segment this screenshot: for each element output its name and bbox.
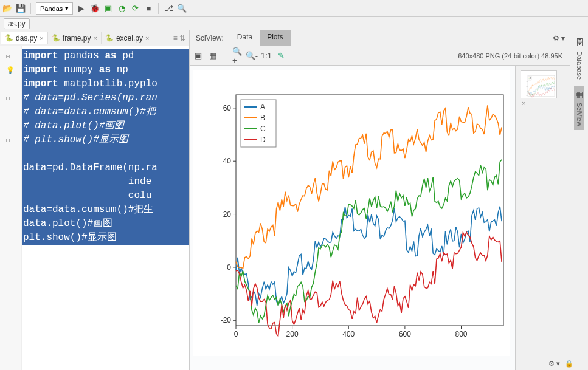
editor-tabs: 🐍 das.py × 🐍 frame.py × 🐍 excel.py × ≡ ⇅	[0, 30, 189, 46]
sciview-tab-data[interactable]: Data	[230, 30, 260, 46]
database-icon: 🗄	[575, 38, 584, 47]
run-icon[interactable]: ▶	[77, 4, 86, 13]
tab-das[interactable]: 🐍 das.py ×	[1, 32, 48, 44]
svg-text:600: 600	[544, 97, 545, 97]
sciview-pane: SciView: Data Plots ⚙ ▾ ▣ ▦ 🔍+ 🔍- 1:1 ✎ …	[190, 30, 570, 370]
close-icon[interactable]: ×	[40, 35, 43, 42]
tab-label: frame.py	[63, 34, 91, 43]
attach-icon[interactable]: ⟳	[130, 4, 140, 13]
fit-icon[interactable]: ▣	[193, 51, 203, 61]
svg-text:200: 200	[286, 330, 299, 338]
svg-text:200: 200	[533, 97, 534, 97]
breadcrumb: as.py	[0, 17, 588, 30]
right-rail: 🗄 Database ▦ SciView	[570, 30, 588, 370]
rail-sciview[interactable]: ▦ SciView	[574, 86, 584, 130]
chevron-down-icon: ▾	[65, 4, 69, 12]
sciview-tab-plots[interactable]: Plots	[260, 30, 291, 46]
python-file-icon: 🐍	[52, 34, 60, 42]
save-icon[interactable]: 💾	[16, 4, 26, 13]
svg-text:0: 0	[528, 97, 528, 97]
eyedropper-icon[interactable]: ✎	[276, 51, 286, 61]
svg-text:-20: -20	[221, 316, 232, 324]
bulb-icon[interactable]: 💡	[6, 64, 15, 72]
tab-label: das.py	[16, 34, 37, 43]
tab-actions-icon[interactable]: ≡ ⇅	[173, 34, 188, 43]
gear-icon[interactable]: ⚙ ▾	[548, 360, 560, 368]
open-icon[interactable]: 📂	[2, 4, 12, 13]
gutter: ⊟ 💡 ⊟ ⊟	[0, 46, 22, 370]
sciview-toolbar: ▣ ▦ 🔍+ 🔍- 1:1 ✎ 640x480 PNG (24-bit colo…	[190, 46, 570, 66]
svg-text:20: 20	[527, 86, 528, 87]
svg-text:400: 400	[342, 330, 355, 338]
rail-database[interactable]: 🗄 Database	[574, 34, 585, 83]
sciview-icon: ▦	[575, 89, 583, 99]
svg-text:600: 600	[399, 330, 411, 338]
svg-text:800: 800	[455, 330, 468, 338]
svg-text:400: 400	[539, 97, 540, 97]
lock-icon[interactable]: 🔒	[565, 360, 573, 368]
svg-text:800: 800	[550, 97, 551, 97]
breadcrumb-file[interactable]: as.py	[4, 18, 30, 29]
svg-text:0: 0	[227, 263, 231, 272]
image-info: 640x480 PNG (24-bit color) 48.95K	[458, 52, 566, 60]
run-coverage-icon[interactable]: ▣	[103, 4, 113, 13]
fold-icon[interactable]: ⊟	[6, 50, 15, 58]
search-icon[interactable]: 🔍	[177, 4, 187, 13]
code-editor[interactable]: ⊟ 💡 ⊟ ⊟ import pandas as pdimport numpy …	[0, 46, 189, 370]
plot-thumb[interactable]: -2002040600200400600800ABCD	[521, 70, 557, 98]
close-icon[interactable]: ×	[93, 35, 97, 42]
grid-icon[interactable]: ▦	[208, 51, 218, 61]
svg-text:40: 40	[223, 157, 232, 165]
sciview-label: SciView:	[190, 34, 230, 43]
status-bar: ⚙ ▾ 🔒	[548, 357, 573, 370]
svg-text:A: A	[260, 103, 265, 111]
plot-thumbnails: -2002040600200400600800ABCD ×	[515, 66, 570, 370]
vcs-icon[interactable]: ⎇	[164, 4, 173, 13]
run-config-dropdown[interactable]: Pandas ▾	[36, 2, 73, 15]
svg-text:0: 0	[234, 330, 238, 338]
svg-text:-20: -20	[526, 95, 527, 96]
tab-frame[interactable]: 🐍 frame.py ×	[48, 32, 102, 44]
zoom-out-icon[interactable]: 🔍-	[247, 51, 257, 61]
plot-canvas-area[interactable]: -2002040600200400600800ABCD	[190, 66, 515, 370]
sciview-header: SciView: Data Plots ⚙ ▾	[190, 30, 570, 46]
fold-icon[interactable]: ⊟	[6, 92, 15, 100]
svg-text:40: 40	[527, 81, 528, 82]
svg-text:C: C	[260, 125, 266, 133]
python-file-icon: 🐍	[105, 34, 114, 42]
main-toolbar: 📂 💾 Pandas ▾ ▶ 🐞 ▣ ◔ ⟳ ■ ⎇ 🔍	[0, 0, 588, 17]
profile-icon[interactable]: ◔	[117, 4, 126, 13]
dropdown-label: Pandas	[40, 5, 63, 12]
debug-icon[interactable]: 🐞	[90, 4, 100, 13]
svg-text:60: 60	[527, 77, 528, 77]
svg-text:20: 20	[223, 210, 232, 219]
python-file-icon: 🐍	[5, 34, 13, 42]
svg-text:0: 0	[527, 91, 528, 92]
tab-excel[interactable]: 🐍 excel.py ×	[102, 32, 153, 44]
stop-icon[interactable]: ■	[144, 4, 153, 13]
fold-icon[interactable]: ⊟	[6, 134, 15, 142]
svg-text:B: B	[260, 114, 265, 122]
svg-text:60: 60	[223, 104, 232, 112]
close-thumb-icon[interactable]: ×	[522, 100, 525, 107]
editor-pane: 🐍 das.py × 🐍 frame.py × 🐍 excel.py × ≡ ⇅…	[0, 30, 190, 370]
zoom-in-icon[interactable]: 🔍+	[232, 51, 242, 61]
tab-label: excel.py	[116, 34, 143, 43]
close-icon[interactable]: ×	[145, 35, 149, 42]
gear-icon[interactable]: ⚙ ▾	[553, 34, 565, 43]
plot-svg: -2002040600200400600800ABCD	[193, 70, 510, 356]
zoom-actual-icon[interactable]: 1:1	[261, 51, 271, 61]
svg-text:D: D	[260, 135, 266, 144]
